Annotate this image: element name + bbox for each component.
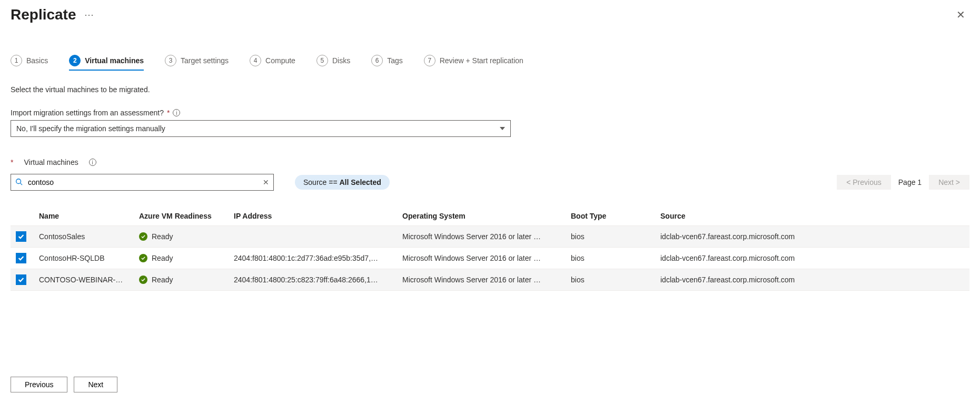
required-star-icon: *: [167, 109, 170, 117]
cell-boot: bios: [566, 269, 655, 291]
import-settings-label: Import migration settings from an assess…: [11, 109, 969, 117]
cell-name: ContosoSales: [34, 226, 134, 248]
cell-source: idclab-vcen67.fareast.corp.microsoft.com: [655, 269, 969, 291]
page-indicator: Page 1: [898, 178, 922, 186]
page-header: Replicate ··· ✕: [11, 6, 969, 23]
clear-search-icon[interactable]: ✕: [263, 178, 269, 186]
step-badge-icon: 4: [250, 55, 261, 66]
col-readiness[interactable]: Azure VM Readiness: [134, 207, 229, 226]
search-input[interactable]: [27, 175, 259, 190]
vm-section-label-text: Virtual machines: [24, 158, 78, 166]
cell-boot: bios: [566, 248, 655, 269]
cell-readiness: Ready: [134, 248, 229, 269]
cell-os: Microsoft Windows Server 2016 or later …: [397, 248, 566, 269]
step-label: Compute: [265, 56, 295, 65]
vm-section-label: * Virtual machines i: [11, 158, 969, 166]
svg-line-1: [21, 183, 23, 185]
title-group: Replicate ···: [11, 6, 94, 23]
col-boot[interactable]: Boot Type: [566, 207, 655, 226]
step-label: Basics: [26, 56, 48, 65]
cell-os: Microsoft Windows Server 2016 or later …: [397, 226, 566, 248]
wizard-steps: 1Basics2Virtual machines3Target settings…: [11, 55, 969, 71]
chevron-down-icon: [500, 127, 505, 130]
cell-ip: [229, 226, 397, 248]
step-badge-icon: 7: [424, 55, 435, 66]
more-actions-icon[interactable]: ···: [85, 9, 94, 21]
step-review-start-replication[interactable]: 7Review + Start replication: [424, 55, 523, 71]
import-settings-label-text: Import migration settings from an assess…: [11, 109, 164, 117]
step-label: Tags: [387, 56, 403, 65]
ready-status-icon: [139, 254, 147, 262]
step-badge-icon: 1: [11, 55, 22, 66]
svg-point-0: [16, 179, 21, 183]
pager-next-button[interactable]: Next >: [929, 175, 969, 190]
table-header-row: Name Azure VM Readiness IP Address Opera…: [11, 207, 969, 226]
step-compute[interactable]: 4Compute: [250, 55, 295, 71]
col-source[interactable]: Source: [655, 207, 969, 226]
step-badge-icon: 2: [69, 55, 81, 66]
pager: < Previous Page 1 Next >: [837, 175, 969, 190]
import-settings-value: No, I'll specify the migration settings …: [16, 124, 165, 133]
table-toolbar: ✕ Source == All Selected < Previous Page…: [11, 174, 969, 191]
step-tags[interactable]: 6Tags: [371, 55, 403, 71]
cell-readiness: Ready: [134, 226, 229, 248]
row-checkbox[interactable]: [16, 253, 26, 263]
table-row[interactable]: ContosoSalesReadyMicrosoft Windows Serve…: [11, 226, 969, 248]
row-checkbox[interactable]: [16, 274, 26, 285]
table-row[interactable]: ContosoHR-SQLDBReady2404:f801:4800:1c:2d…: [11, 248, 969, 269]
cell-ip: 2404:f801:4800:1c:2d77:36ad:e95b:35d7,…: [229, 248, 397, 269]
required-star-icon: *: [11, 158, 13, 166]
col-os[interactable]: Operating System: [397, 207, 566, 226]
ready-status-icon: [139, 276, 147, 284]
row-checkbox[interactable]: [16, 231, 26, 242]
info-icon[interactable]: i: [89, 159, 96, 166]
cell-boot: bios: [566, 226, 655, 248]
info-icon[interactable]: i: [173, 109, 180, 116]
search-box[interactable]: ✕: [11, 174, 274, 191]
step-label: Disks: [332, 56, 350, 65]
page-title: Replicate: [11, 6, 76, 23]
step-badge-icon: 3: [165, 55, 176, 66]
step-virtual-machines[interactable]: 2Virtual machines: [69, 55, 144, 71]
filter-prefix: Source ==: [303, 178, 340, 186]
import-settings-dropdown[interactable]: No, I'll specify the migration settings …: [11, 120, 511, 137]
filter-value: All Selected: [340, 178, 381, 186]
col-ip[interactable]: IP Address: [229, 207, 397, 226]
cell-source: idclab-vcen67.fareast.corp.microsoft.com: [655, 248, 969, 269]
close-icon[interactable]: ✕: [952, 6, 969, 23]
ready-status-icon: [139, 232, 147, 241]
step-badge-icon: 5: [316, 55, 328, 66]
source-filter-pill[interactable]: Source == All Selected: [295, 175, 390, 190]
cell-ip: 2404:f801:4800:25:c823:79ff:6a48:2666,1…: [229, 269, 397, 291]
cell-name: CONTOSO-WEBINAR-…: [34, 269, 134, 291]
step-badge-icon: 6: [371, 55, 383, 66]
step-target-settings[interactable]: 3Target settings: [165, 55, 229, 71]
step-intro-text: Select the virtual machines to be migrat…: [11, 85, 969, 94]
step-label: Review + Start replication: [440, 56, 523, 65]
step-label: Target settings: [181, 56, 229, 65]
cell-os: Microsoft Windows Server 2016 or later …: [397, 269, 566, 291]
pager-previous-button[interactable]: < Previous: [837, 175, 891, 190]
cell-readiness: Ready: [134, 269, 229, 291]
col-name[interactable]: Name: [34, 207, 134, 226]
cell-name: ContosoHR-SQLDB: [34, 248, 134, 269]
step-label: Virtual machines: [85, 56, 144, 65]
vm-table: Name Azure VM Readiness IP Address Opera…: [11, 207, 969, 291]
step-basics[interactable]: 1Basics: [11, 55, 48, 71]
table-row[interactable]: CONTOSO-WEBINAR-…Ready2404:f801:4800:25:…: [11, 269, 969, 291]
cell-source: idclab-vcen67.fareast.corp.microsoft.com: [655, 226, 969, 248]
step-disks[interactable]: 5Disks: [316, 55, 350, 71]
search-icon: [15, 178, 23, 187]
